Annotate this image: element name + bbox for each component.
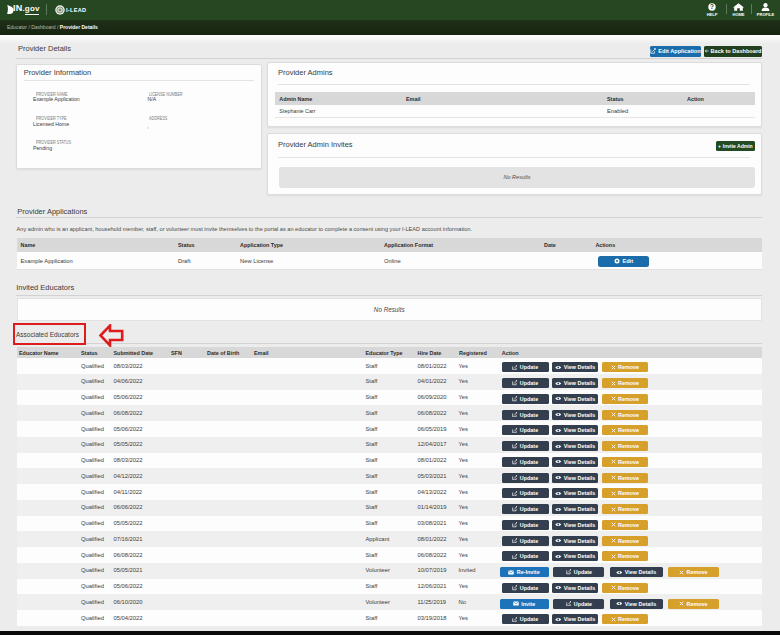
svg-text:?: ?	[710, 3, 714, 10]
